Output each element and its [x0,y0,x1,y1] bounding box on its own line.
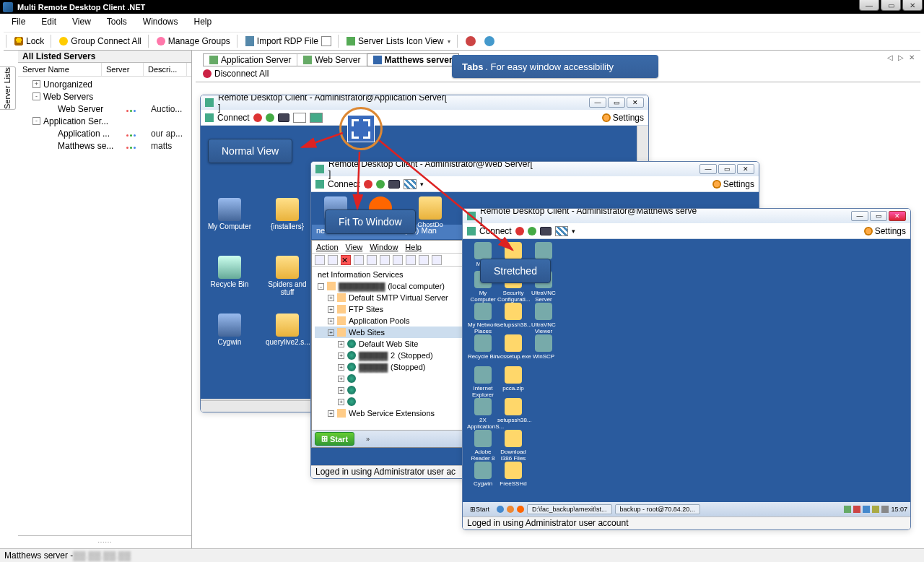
desktop-icon[interactable]: vcssetup.exe [497,334,529,360]
col-server[interactable]: Server [102,63,144,76]
menu-windows[interactable]: Windows [135,14,186,29]
monitor-icon[interactable] [388,180,400,189]
desktop-icon[interactable]: Recycle Bin [467,334,499,360]
settings-button[interactable]: Settings [602,113,644,123]
rdc-close-button[interactable]: ✕ [627,98,644,108]
desktop-icon[interactable]: My Computer [208,198,251,230]
view-fullscreen-icon[interactable] [310,113,323,123]
desktop-icon[interactable]: pcca.zip [497,366,529,392]
delete-icon[interactable]: ✕ [341,255,351,265]
view-grid-icon[interactable] [404,179,417,189]
play-icon[interactable] [266,113,274,122]
tree-row[interactable]: +Unorganized [18,78,191,90]
view-normal-icon[interactable] [293,113,306,123]
iis-tb-icon[interactable] [432,255,442,265]
tree-row[interactable]: -Web Servers [18,90,191,103]
quicklaunch-icon[interactable] [517,506,524,513]
iis-menu-action[interactable]: Action [316,243,339,251]
menu-help[interactable]: Help [186,14,220,29]
quicklaunch-more[interactable]: » [366,436,370,443]
tab-web-server[interactable]: Web Server [297,54,367,66]
play-icon[interactable] [528,227,536,235]
chevron-down-icon[interactable]: ▾ [420,181,424,188]
desktop-icon[interactable]: {installers} [266,198,309,230]
manage-groups-button[interactable]: Manage Groups [152,35,235,48]
tree-row[interactable]: Matthews se...matts [18,139,191,152]
stop-icon[interactable] [364,180,372,189]
maximize-button[interactable]: ▭ [881,0,901,11]
iis-menu-view[interactable]: View [346,243,363,251]
play-icon[interactable] [376,180,385,189]
extra-icon-2[interactable] [480,35,499,48]
tab-matthews-server[interactable]: Matthews server [367,53,459,66]
iis-tb-icon[interactable] [354,255,364,265]
desktop-icon[interactable]: 2X ApplicationS... [467,398,499,430]
col-desc[interactable]: Descri... [144,63,187,76]
import-rdp-button[interactable]: Import RDP File [241,35,336,48]
settings-button[interactable]: Settings [712,179,754,189]
tree-row[interactable]: Web ServerAuctio... [18,103,191,115]
iis-tb-icon[interactable] [419,255,429,265]
taskbar-button[interactable]: D:\fac_backup\amexit\st... [527,504,612,514]
desktop-icon[interactable]: querylive2.s... [266,314,309,346]
desktop-icon[interactable]: Spiders and stuff [266,256,309,296]
tab-nav-buttons[interactable]: ◁ ▷ ✕ [887,53,916,61]
rdc-window-matthews-server[interactable]: Remote Desktop Client - Administrator@Ma… [462,208,911,530]
start-button[interactable]: ⊞Start [315,432,354,446]
quicklaunch-icon[interactable] [507,506,514,513]
monitor-icon[interactable] [540,227,552,235]
close-button[interactable]: ✕ [902,0,923,11]
rdc-min-button[interactable]: — [589,98,606,108]
rdc-titlebar[interactable]: Remote Desktop Client - Administrator@Ma… [463,209,910,223]
rdc-max-button[interactable]: ▭ [870,211,887,221]
panel-splitter[interactable]: ⋯⋯ [18,535,191,548]
tray-icon[interactable] [844,506,851,513]
iis-tb-icon[interactable] [380,255,390,265]
extra-icon-1[interactable] [461,35,480,48]
tree-row[interactable]: Application ...our ap... [18,127,191,139]
disconnect-all-button[interactable]: Disconnect All [203,69,269,79]
menu-edit[interactable]: Edit [33,14,64,29]
desktop-icon[interactable]: Adobe Reader 8 [467,430,499,462]
iis-tb-icon[interactable] [367,255,377,265]
iis-menu-window[interactable]: Window [370,243,398,251]
chevron-down-icon[interactable]: ▾ [572,228,575,235]
desktop-icon[interactable]: Internet Explorer [467,366,499,398]
tray-icon[interactable] [863,506,870,513]
connect-label[interactable]: Connect [328,179,360,189]
stop-icon[interactable] [515,227,524,235]
stop-icon[interactable] [253,113,262,122]
rdc-min-button[interactable]: — [699,164,717,174]
monitor-icon[interactable] [278,113,289,122]
col-name[interactable]: Server Name [18,63,102,76]
desktop-icon[interactable]: Cygwin [208,314,251,346]
rdc-max-button[interactable]: ▭ [608,98,625,108]
quicklaunch-icon[interactable] [497,506,504,513]
rdc-close-button[interactable]: ✕ [889,211,906,221]
desktop-icon[interactable]: WinSCP [528,334,559,360]
desktop-icon[interactable]: Recycle Bin [208,256,251,288]
iis-tb-icon[interactable] [328,255,338,265]
desktop-icon[interactable]: My Network Places [467,303,499,334]
taskbar-button[interactable]: backup - root@70.84.20... [615,504,700,514]
iis-menu-help[interactable]: Help [405,243,422,251]
desktop-icon[interactable]: FreeSSHd [497,462,529,487]
tray-icon[interactable] [872,506,879,513]
tray-icon[interactable] [881,506,889,513]
start-button[interactable]: ⊞Start [466,506,494,513]
desktop-icon[interactable]: UltraVNC Viewer [528,303,559,334]
desktop-icon[interactable]: setupssh38... [497,398,529,423]
rdc-titlebar[interactable]: Remote Desktop Client - Administrator@Ap… [201,95,648,110]
tree-row[interactable]: -Application Ser... [18,115,191,127]
rdc-titlebar[interactable]: Remote Desktop Client - Administrator@We… [311,162,759,176]
menu-view[interactable]: View [64,14,99,29]
menu-tools[interactable]: Tools [99,14,135,29]
connect-label[interactable]: Connect [479,226,512,236]
menu-file[interactable]: File [4,14,33,29]
iconview-button[interactable]: Server Lists Icon View▾ [342,35,456,48]
minimize-button[interactable]: — [859,0,879,11]
lock-button[interactable]: Lock [10,35,48,48]
desktop-icon[interactable]: Download I386 Files [497,430,529,462]
rdc-min-button[interactable]: — [851,211,868,221]
group-connect-button[interactable]: Group Connect All [55,35,145,48]
